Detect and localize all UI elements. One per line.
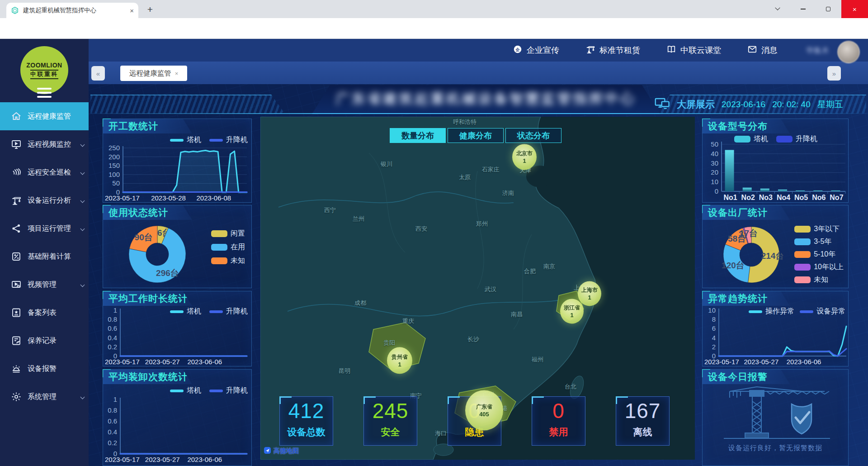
- sidebar-item-10[interactable]: 系统管理: [0, 383, 89, 411]
- chevron-down-icon: [80, 143, 85, 147]
- chevron-down-icon: [80, 227, 85, 231]
- sidebar-item-label: 设备运行分析: [28, 196, 71, 205]
- big-screen-button[interactable]: 大屏展示: [677, 98, 715, 111]
- nav-item-label: 中联云课堂: [680, 45, 721, 56]
- sidebar-item-3[interactable]: 设备运行分析: [0, 186, 89, 214]
- svg-text:2: 2: [712, 343, 716, 351]
- sidebar-item-8[interactable]: 保养记录: [0, 327, 89, 355]
- svg-text:No5: No5: [794, 194, 808, 201]
- sidebar-item-label: 远程视频监控: [28, 140, 71, 149]
- map-tab-2[interactable]: 状态分布: [505, 128, 561, 143]
- zoomlion-logo: ZOOMLION 中联重科: [20, 46, 68, 94]
- screen-display-bar: 大屏展示 2023-06-16 20: 02: 40 星期五: [655, 95, 843, 114]
- tab-close-icon[interactable]: ×: [130, 7, 134, 14]
- panel-title: 异常趋势统计: [703, 291, 790, 306]
- window-minimize-button[interactable]: [793, 0, 813, 18]
- user-avatar[interactable]: [837, 41, 860, 63]
- chevron-down-icon: [80, 199, 85, 203]
- nav-item-3[interactable]: 消息: [747, 44, 778, 57]
- svg-text:2023-06-08: 2023-06-08: [196, 194, 231, 202]
- map-marker-北京市[interactable]: 北京市1: [512, 144, 537, 170]
- sidebar-item-9[interactable]: 设备报警: [0, 355, 89, 383]
- maintenance-icon: [11, 335, 22, 346]
- city-label: 太原: [459, 173, 471, 181]
- map-marker-上海市[interactable]: 上海市1: [578, 281, 601, 306]
- chevron-down-icon: [80, 283, 85, 287]
- city-label: 长沙: [467, 335, 479, 343]
- svg-text:0.2: 0.2: [108, 343, 117, 351]
- hamburger-menu-icon[interactable]: [37, 88, 52, 100]
- city-label: 重庆: [402, 317, 414, 325]
- sidebar-item-4[interactable]: 项目运行管理: [0, 214, 89, 243]
- sidebar-item-2[interactable]: 远程安全巡检: [0, 158, 89, 186]
- svg-text:0.4: 0.4: [108, 428, 117, 436]
- marker-name: 北京市: [516, 150, 533, 157]
- svg-text:17台: 17台: [740, 228, 758, 238]
- page-tab-close-icon[interactable]: ×: [175, 70, 179, 77]
- city-label: 济南: [502, 189, 514, 197]
- browser-tab-title: 建筑起重机械智慧指挥中心: [23, 6, 126, 14]
- amap-watermark: 高德地图: [263, 446, 299, 456]
- sidebar-item-6[interactable]: 视频管理: [0, 271, 89, 299]
- map-tab-1[interactable]: 健康分布: [448, 128, 504, 143]
- stat-label: 离线: [616, 426, 669, 438]
- window-maximize-button[interactable]: [818, 0, 839, 18]
- amap-logo-icon: [263, 446, 272, 456]
- svg-text:1: 1: [113, 306, 117, 314]
- svg-text:2023-05-17: 2023-05-17: [105, 194, 140, 202]
- nav-item-1[interactable]: 标准节租赁: [585, 44, 640, 57]
- crane-shield-illustration: [703, 385, 848, 444]
- sidebar-item-0[interactable]: 远程健康监管: [0, 102, 89, 130]
- sidebar-item-label: 保养记录: [28, 336, 57, 346]
- sidebar-item-label: 远程健康监管: [28, 112, 71, 121]
- svg-text:0.6: 0.6: [108, 417, 117, 425]
- line-chart-work-start: 0501001502002502023-05-172023-05-282023-…: [104, 133, 250, 202]
- panel-title: 开工数统计: [103, 119, 192, 133]
- marker-name: 广东省: [476, 403, 492, 411]
- window-menu-chevron-icon[interactable]: [767, 0, 788, 18]
- svg-text:2023-06-06: 2023-06-06: [187, 456, 222, 463]
- nav-item-label: 企业宣传: [527, 45, 559, 56]
- svg-text:6: 6: [712, 324, 716, 332]
- stat-label: 设备总数: [280, 426, 333, 438]
- marker-name: 浙江省: [564, 304, 580, 312]
- page-tab-remote-health[interactable]: 远程健康监管 ×: [120, 66, 187, 81]
- browser-titlebar: 建筑起重机械智慧指挥中心 × + ×: [0, 0, 868, 18]
- sidebar-item-label: 视频管理: [28, 280, 57, 290]
- svg-text:2023-06-06: 2023-06-06: [787, 358, 821, 366]
- time-text: 20: 02: 40: [772, 100, 811, 109]
- svg-text:100: 100: [108, 171, 120, 178]
- tabs-scroll-left-button[interactable]: «: [91, 66, 105, 81]
- video-icon: [11, 279, 22, 290]
- panel-device-model: 设备型号分布 塔机升降机 01020304050No1No2No3No4No5N…: [702, 119, 849, 203]
- line-chart-abnormal: 02468102023-05-172023-05-272023-06-06: [703, 306, 850, 366]
- sidebar-item-5[interactable]: 基础附着计算: [0, 243, 89, 271]
- crane-icon: [585, 44, 595, 57]
- nav-item-0[interactable]: 企企业宣传: [513, 44, 559, 57]
- tabs-scroll-right-button[interactable]: »: [827, 66, 841, 81]
- map-marker-浙江省[interactable]: 浙江省1: [560, 299, 584, 323]
- panel-title: 平均装卸次数统计: [103, 370, 192, 384]
- stat-离线: 167离线: [616, 396, 670, 446]
- nav-item-label: 标准节租赁: [599, 45, 640, 56]
- svg-text:296台: 296台: [156, 268, 179, 278]
- svg-text:214台: 214台: [761, 251, 784, 261]
- map-marker-广东省[interactable]: 广东省405: [465, 390, 503, 430]
- panel-avg-load-count: 平均装卸次数统计 塔机升降机 00.20.40.60.812023-05-172…: [103, 369, 252, 466]
- app-top-nav: 企企业宣传标准节租赁中联云课堂消息 华集木: [89, 39, 868, 62]
- browser-tab[interactable]: 建筑起重机械智慧指挥中心 ×: [6, 3, 138, 18]
- new-tab-button[interactable]: +: [144, 4, 156, 16]
- sidebar-item-7[interactable]: 备案列表: [0, 299, 89, 327]
- sidebar-item-1[interactable]: 远程视频监控: [0, 130, 89, 158]
- city-label: 贵阳: [383, 339, 395, 347]
- nav-item-2[interactable]: 中联云课堂: [666, 44, 721, 57]
- city-label: 成都: [354, 299, 366, 307]
- panel-title: 使用状态统计: [103, 205, 192, 220]
- window-close-button[interactable]: ×: [841, 0, 868, 18]
- map-marker-贵州省[interactable]: 贵州省1: [387, 347, 412, 374]
- map-tab-0[interactable]: 数量分布: [390, 128, 446, 143]
- city-label: 银川: [381, 160, 392, 168]
- marker-value: 1: [398, 361, 401, 368]
- city-label: 福州: [532, 356, 543, 364]
- dashboard-main: 广东省建筑起重机械设备智慧监管指挥中心 大屏展示 2023-06-16 20: …: [89, 84, 868, 466]
